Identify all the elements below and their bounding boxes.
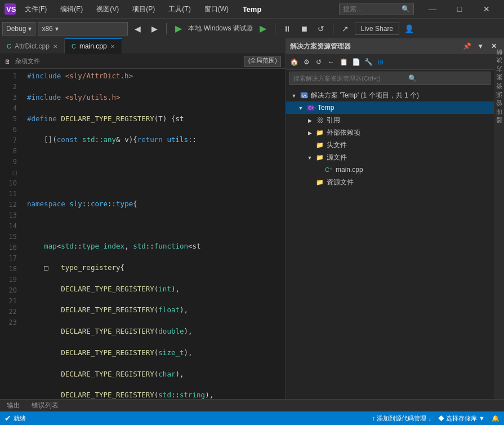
extdeps-icon: 📁 xyxy=(315,128,324,137)
tree-external-deps[interactable]: 📁 外部依赖项 xyxy=(286,126,494,139)
se-search-input[interactable] xyxy=(293,75,406,82)
share-icon: ↗ xyxy=(338,21,353,36)
arch-dropdown[interactable]: x86 ▾ xyxy=(38,22,128,36)
tree-sources[interactable]: 📁 源文件 xyxy=(286,151,494,163)
menu-project[interactable]: 项目(P) xyxy=(128,2,159,16)
right-sidebar: 解 决 方 案 资 源 管 理 器 xyxy=(494,54,504,399)
right-sidebar-tab-5[interactable]: 资 xyxy=(494,90,505,98)
tab-main[interactable]: C main.cpp ✕ xyxy=(65,38,122,54)
tree-main-cpp[interactable]: C⁺ main.cpp xyxy=(286,163,494,176)
right-sidebar-tab[interactable]: 解 xyxy=(494,56,505,64)
right-sidebar-tab-4[interactable]: 案 xyxy=(494,82,505,89)
resources-icon: 📁 xyxy=(315,178,324,187)
live-share-button[interactable]: Live Share xyxy=(355,23,399,35)
git-upload-label: ↑ 添加到源代码管理 ↓ xyxy=(372,414,431,423)
run-label: 本地 Windows 调试器 xyxy=(188,24,253,33)
resources-label: 资源文件 xyxy=(327,178,354,187)
tab-main-close[interactable]: ✕ xyxy=(110,43,115,50)
se-close-icon[interactable]: ✕ xyxy=(488,41,499,52)
right-sidebar-tab-8[interactable]: 理 xyxy=(494,116,505,123)
editor-area-header: C AttrDict.cpp ✕ C main.cpp ✕ 解决方案资源管理器 … xyxy=(0,38,504,54)
tree-headers[interactable]: 📁 头文件 xyxy=(286,139,494,151)
right-sidebar-tab-3[interactable]: 方 xyxy=(494,73,505,81)
solution-icon: VS xyxy=(300,91,309,100)
title-bar-right: 🔍 — □ ✕ xyxy=(339,0,499,18)
pause-button[interactable]: ⏸ xyxy=(280,21,295,36)
se-props-btn[interactable]: 🔧 xyxy=(363,56,374,68)
right-sidebar-tab-7[interactable]: 管 xyxy=(494,107,505,114)
breadcrumb-text: 杂项文件 xyxy=(15,57,40,65)
git-upload-status[interactable]: ↑ 添加到源代码管理 ↓ xyxy=(372,414,431,423)
repo-select-status[interactable]: ◆ 选择存储库 ▼ xyxy=(438,414,485,423)
run-button[interactable]: ▶ xyxy=(171,21,186,36)
tree-ref[interactable]: ⛓ 引用 xyxy=(286,114,494,126)
window-title: Temp xyxy=(243,5,262,14)
se-refresh-btn[interactable]: ↺ xyxy=(313,56,324,68)
menu-edit[interactable]: 编辑(E) xyxy=(56,2,87,16)
headers-icon: 📁 xyxy=(315,140,324,149)
se-search-box[interactable]: 🔍 xyxy=(289,72,490,85)
code-lines-container: 1 2 3 4 5 6 7 8 9 □ 10 11 12 13 14 15 16… xyxy=(0,69,286,399)
right-sidebar-tab-6[interactable]: 源 xyxy=(494,99,505,106)
se-home-btn[interactable]: 🏠 xyxy=(288,56,300,68)
debug-config-arrow: ▾ xyxy=(28,25,32,33)
ref-label: 引用 xyxy=(327,116,340,125)
main-cpp-icon: C⁺ xyxy=(324,165,333,174)
svg-text:VS: VS xyxy=(6,5,16,14)
status-bar: ✔ 就绪 ↑ 添加到源代码管理 ↓ ◆ 选择存储库 ▼ 🔔 xyxy=(0,411,504,425)
scope-dropdown[interactable]: (全局范围) xyxy=(244,56,281,67)
sources-label: 源文件 xyxy=(327,153,347,162)
tree-resources[interactable]: 📁 资源文件 xyxy=(286,176,494,188)
toolbar-separator-2 xyxy=(275,23,275,34)
se-props2-btn[interactable]: ⊞ xyxy=(375,56,386,68)
breadcrumb-icon: 🗎 xyxy=(5,58,11,65)
stop-button[interactable]: ⏹ xyxy=(297,21,311,36)
editor-breadcrumb-bar: 🗎 杂项文件 (全局范围) xyxy=(0,54,286,69)
extdeps-label: 外部依赖项 xyxy=(327,128,360,138)
live-share-label: Live Share xyxy=(361,25,393,33)
close-button[interactable]: ✕ xyxy=(474,0,499,18)
svg-text:C++: C++ xyxy=(309,106,315,110)
menu-view[interactable]: 视图(V) xyxy=(92,2,123,16)
arch-arrow: ▾ xyxy=(55,25,59,33)
se-copy-btn[interactable]: 📋 xyxy=(338,56,349,68)
error-list-tab[interactable]: 错误列表 xyxy=(29,401,61,410)
menu-file[interactable]: 文件(F) xyxy=(20,2,51,16)
tree-project-temp[interactable]: C++ Temp xyxy=(286,101,494,114)
vs-logo-icon: VS xyxy=(5,3,16,15)
ready-icon: ✔ xyxy=(5,414,11,423)
notification-bell: 🔔 xyxy=(492,415,499,422)
se-dropdown-icon[interactable]: ▾ xyxy=(475,41,486,52)
code-content[interactable]: #include <sly/AttrDict.h> #include <sly/… xyxy=(23,69,286,399)
se-pin-icon[interactable]: 📌 xyxy=(461,41,472,52)
toolbar-separator-1 xyxy=(166,23,167,34)
nav-next-button[interactable]: ▶ xyxy=(147,21,162,36)
se-sync-btn[interactable]: ⚙ xyxy=(301,56,312,68)
main-cpp-label: main.cpp xyxy=(336,166,363,174)
minimize-button[interactable]: — xyxy=(420,0,445,18)
restart-button[interactable]: ↺ xyxy=(314,21,328,36)
menu-window[interactable]: 窗口(W) xyxy=(200,2,233,16)
project-arrow xyxy=(297,105,304,111)
se-back-btn[interactable]: ← xyxy=(325,56,337,68)
right-sidebar-tab-2[interactable]: 决 xyxy=(494,65,505,72)
bell-icon[interactable]: 🔔 xyxy=(492,415,499,422)
debug-config-dropdown[interactable]: Debug ▾ xyxy=(2,22,35,36)
tab-attrdict-close[interactable]: ✕ xyxy=(53,43,57,50)
se-paste-btn[interactable]: 📄 xyxy=(350,56,362,68)
maximize-button[interactable]: □ xyxy=(447,0,472,18)
right-sidebar-tab-9[interactable]: 器 xyxy=(494,124,505,131)
run-play-button[interactable]: ▶ xyxy=(256,21,270,36)
nav-prev-button[interactable]: ◀ xyxy=(130,21,145,36)
tree-solution-root[interactable]: VS 解决方案 'Temp' (1 个项目，共 1 个) xyxy=(286,89,494,101)
tab-attrdict[interactable]: C AttrDict.cpp ✕ xyxy=(0,38,65,54)
project-icon: C++ xyxy=(306,103,315,112)
search-box[interactable]: 🔍 xyxy=(339,3,414,15)
output-tab[interactable]: 输出 xyxy=(5,401,23,410)
code-editor[interactable]: 🗎 杂项文件 (全局范围) 1 2 3 4 5 6 7 8 9 □ 10 11 … xyxy=(0,54,286,399)
search-input[interactable] xyxy=(343,5,399,13)
solution-arrow xyxy=(291,92,297,99)
profile-button[interactable]: 👤 xyxy=(402,21,416,36)
title-bar: VS 文件(F) 编辑(E) 视图(V) 项目(P) 工具(T) 窗口(W) T… xyxy=(0,0,504,18)
menu-tools[interactable]: 工具(T) xyxy=(164,2,195,16)
